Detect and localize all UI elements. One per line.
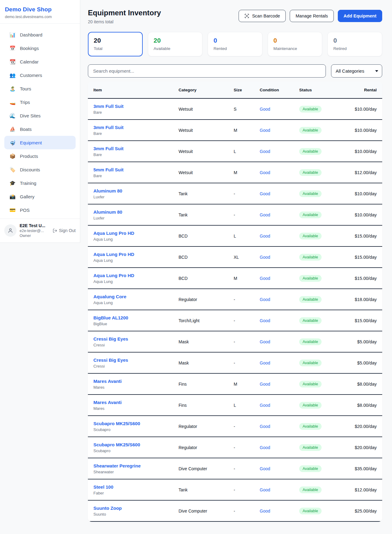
stat-card-maintenance[interactable]: 0 Maintenance <box>268 32 322 56</box>
status-cell: Available <box>299 381 353 387</box>
stat-card-total[interactable]: 20 Total <box>88 32 143 56</box>
item-name-link[interactable]: 3mm Full Suit <box>93 104 179 109</box>
item-brand: Shearwater <box>93 470 179 474</box>
item-name-link[interactable]: 3mm Full Suit <box>93 125 179 130</box>
sidebar-item-tours[interactable]: 🏝️ Tours <box>4 82 76 95</box>
items-total-count: 20 items total <box>88 19 161 24</box>
condition-link[interactable]: Good <box>260 318 299 323</box>
category-filter-select[interactable]: All Categories <box>331 64 382 78</box>
sidebar-item-bookings[interactable]: 📅 Bookings <box>4 41 76 55</box>
sidebar-item-gallery[interactable]: 📸 Gallery <box>4 190 76 203</box>
table-row: Scubapro MK25/S600 Scubapro Regulator - … <box>88 416 382 437</box>
nav-item-label: Training <box>20 181 36 186</box>
condition-link[interactable]: Good <box>260 297 299 302</box>
condition-link[interactable]: Good <box>260 424 299 429</box>
sidebar-item-trips[interactable]: 🚤 Trips <box>4 95 76 109</box>
table-row: Aluminum 80 Luxfer Tank - Good Available… <box>88 183 382 204</box>
rental-rate: $12.00/day <box>353 170 377 175</box>
condition-link[interactable]: Good <box>260 403 299 408</box>
item-name-link[interactable]: Aluminum 80 <box>93 188 179 193</box>
item-name-link[interactable]: Suunto Zoop <box>93 505 179 511</box>
item-name-link[interactable]: Cressi Big Eyes <box>93 357 179 363</box>
condition-link[interactable]: Good <box>260 255 299 260</box>
item-name-link[interactable]: 5mm Full Suit <box>93 167 179 172</box>
item-name-link[interactable]: Aluminum 80 <box>93 209 179 215</box>
condition-link[interactable]: Good <box>260 382 299 387</box>
status-cell: Available <box>299 275 353 282</box>
column-header-item: Item <box>93 88 179 92</box>
nav-item-label: Tours <box>20 86 31 91</box>
status-cell: Available <box>299 423 353 430</box>
stat-card-retired[interactable]: 0 Retired <box>327 32 382 56</box>
table-row: BigBlue AL1200 BigBlue Torch/Light - Goo… <box>88 310 382 331</box>
rental-rate: $15.00/day <box>353 276 377 281</box>
condition-link[interactable]: Good <box>260 128 299 133</box>
table-row: Mares Avanti Mares Fins L Good Available… <box>88 395 382 416</box>
size-cell: M <box>234 276 260 281</box>
condition-link[interactable]: Good <box>260 466 299 471</box>
stats-row: 20 Total 20 Available 0 Rented 0 Mainten… <box>88 32 382 56</box>
category-cell: Fins <box>179 382 234 387</box>
condition-link[interactable]: Good <box>260 339 299 344</box>
item-name-link[interactable]: Aqua Lung Pro HD <box>93 231 179 236</box>
item-name-link[interactable]: Mares Avanti <box>93 400 179 405</box>
sidebar-item-dashboard[interactable]: 📊 Dashboard <box>4 28 76 41</box>
item-name-link[interactable]: Mares Avanti <box>93 379 179 384</box>
rental-rate: $15.00/day <box>353 318 377 323</box>
stat-card-rented[interactable]: 0 Rented <box>208 32 262 56</box>
item-name-link[interactable]: Steel 100 <box>93 484 179 490</box>
add-equipment-button[interactable]: Add Equipment <box>338 10 382 22</box>
sidebar-item-dive-sites[interactable]: 🌊 Dive Sites <box>4 109 76 122</box>
condition-link[interactable]: Good <box>260 487 299 492</box>
sidebar-item-calendar[interactable]: 📆 Calendar <box>4 55 76 68</box>
table-row: Steel 100 Faber Tank - Good Available $1… <box>88 479 382 501</box>
manage-rentals-button[interactable]: Manage Rentals <box>290 10 334 22</box>
sidebar-item-pos[interactable]: 💳 POS <box>4 203 76 217</box>
condition-link[interactable]: Good <box>260 107 299 112</box>
item-name-link[interactable]: Scubapro MK25/S600 <box>93 421 179 426</box>
category-cell: Wetsuit <box>179 149 234 154</box>
sign-out-button[interactable]: Sign Out <box>53 228 76 233</box>
condition-link[interactable]: Good <box>260 360 299 365</box>
page-title: Equipment Inventory <box>88 9 161 17</box>
condition-link[interactable]: Good <box>260 170 299 175</box>
table-row: 3mm Full Suit Bare Wetsuit M Good Availa… <box>88 120 382 141</box>
item-name-link[interactable]: Cressi Big Eyes <box>93 336 179 341</box>
item-name-link[interactable]: Aqua Lung Pro HD <box>93 252 179 257</box>
item-brand: Faber <box>93 491 179 495</box>
status-badge: Available <box>299 275 322 282</box>
item-name-link[interactable]: Aqua Lung Pro HD <box>93 273 179 278</box>
sidebar-item-products[interactable]: 📦 Products <box>4 149 76 163</box>
sidebar-item-discounts[interactable]: 🏷️ Discounts <box>4 163 76 176</box>
size-cell: - <box>234 318 260 323</box>
item-name-link[interactable]: BigBlue AL1200 <box>93 315 179 320</box>
search-input[interactable] <box>88 64 326 78</box>
status-badge: Available <box>299 233 322 239</box>
stat-card-available[interactable]: 20 Available <box>148 32 203 56</box>
add-equipment-label: Add Equipment <box>344 13 376 18</box>
category-cell: Wetsuit <box>179 107 234 112</box>
condition-link[interactable]: Good <box>260 149 299 154</box>
item-name-link[interactable]: Aqualung Core <box>93 294 179 299</box>
sign-out-icon <box>53 228 57 233</box>
scan-barcode-button[interactable]: Scan Barcode <box>239 10 286 22</box>
nav-item-label: Bookings <box>20 46 39 51</box>
condition-link[interactable]: Good <box>260 191 299 196</box>
status-badge: Available <box>299 508 322 514</box>
condition-link[interactable]: Good <box>260 234 299 238</box>
item-name-link[interactable]: 3mm Full Suit <box>93 146 179 151</box>
brand-title[interactable]: Demo Dive Shop <box>5 6 75 13</box>
item-name-link[interactable]: Scubapro MK25/S600 <box>93 442 179 447</box>
sidebar-item-boats[interactable]: ⛵ Boats <box>4 122 76 136</box>
condition-link[interactable]: Good <box>260 509 299 513</box>
condition-link[interactable]: Good <box>260 276 299 281</box>
sidebar-item-customers[interactable]: 👥 Customers <box>4 68 76 82</box>
sidebar-item-equipment[interactable]: 🤿 Equipment <box>4 136 76 149</box>
sidebar-item-training[interactable]: 🎓 Training <box>4 176 76 190</box>
item-name-link[interactable]: Shearwater Peregrine <box>93 463 179 468</box>
condition-link[interactable]: Good <box>260 445 299 450</box>
status-cell: Available <box>299 148 353 155</box>
table-row: 5mm Full Suit Bare Wetsuit M Good Availa… <box>88 162 382 183</box>
condition-link[interactable]: Good <box>260 212 299 217</box>
table-row: Scubapro MK25/S600 Scubapro Regulator - … <box>88 437 382 458</box>
